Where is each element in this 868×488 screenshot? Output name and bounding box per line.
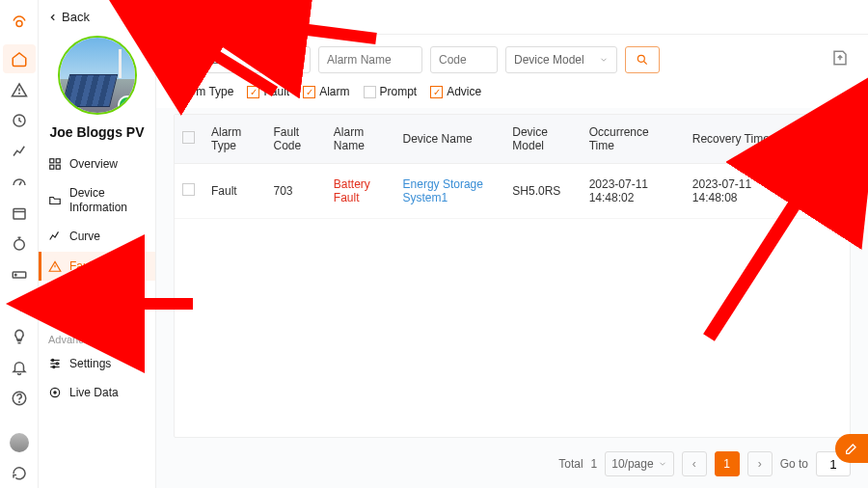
sidebar: Back ✓ Joe Bloggs PV Overview Device Inf…: [39, 0, 156, 488]
rail-chart-icon[interactable]: [3, 137, 36, 166]
rail-home-icon[interactable]: [3, 44, 36, 73]
col-alarm-name: Alarm Name: [326, 115, 395, 164]
svg-rect-17: [50, 159, 54, 163]
plant-title: Joe Bloggs PV: [39, 121, 155, 149]
rail-link-icon[interactable]: [3, 291, 36, 320]
rail-refresh-icon[interactable]: [3, 459, 36, 488]
svg-point-16: [18, 401, 19, 402]
row-checkbox[interactable]: [182, 183, 195, 196]
document-icon: [791, 182, 806, 198]
alarm-type-bar: Alarm Type ✓Fault ✓Alarm ✓Prompt ✓Advice: [156, 85, 868, 108]
gear-icon: [48, 295, 62, 309]
svg-line-14: [17, 305, 20, 308]
filter-chk-fault[interactable]: ✓Fault: [247, 85, 289, 98]
pagination-bar: Total 1 10/page ‹ 1 › Go to: [156, 444, 868, 488]
date-range-field[interactable]: 2023: [176, 46, 311, 73]
select-all-checkbox[interactable]: [182, 131, 195, 144]
sidebar-item-device-info[interactable]: Device Information: [39, 178, 155, 222]
rail-alert-icon[interactable]: [3, 75, 36, 104]
svg-point-7: [14, 240, 24, 251]
sidebar-item-label: Settings: [69, 357, 111, 370]
sidebar-item-overview[interactable]: Overview: [39, 149, 155, 178]
svg-line-4: [19, 181, 21, 185]
page-number[interactable]: 1: [715, 451, 740, 476]
fault-code-field[interactable]: [430, 46, 498, 73]
main-panel: Active Fault History 2023 Device Model A…: [156, 0, 868, 488]
rail-help-icon[interactable]: [3, 384, 36, 413]
rail-avatar[interactable]: [3, 428, 36, 457]
sidebar-nav: Overview Device Information Curve Fault …: [39, 149, 155, 324]
chevron-down-icon: [658, 459, 667, 469]
device-model-select[interactable]: Device Model: [505, 46, 617, 73]
rail-calendar-icon[interactable]: [3, 199, 36, 228]
col-fault-code: Fault Code: [265, 115, 325, 164]
prev-page-button[interactable]: ‹: [682, 451, 707, 476]
app-logo-icon: [3, 8, 36, 37]
alarm-name-field[interactable]: [318, 46, 422, 73]
cell-occurrence: 2023-07-11 14:48:02: [582, 164, 685, 219]
total-value: 1: [591, 457, 598, 471]
grid-icon: [48, 157, 62, 171]
svg-rect-5: [14, 209, 25, 220]
plant-avatar: ✓: [58, 36, 137, 115]
cell-device-model: SH5.0RS: [504, 164, 581, 219]
back-button[interactable]: Back: [39, 8, 155, 32]
alert-icon: [48, 259, 62, 273]
col-operation: Operation: [783, 115, 850, 164]
filter-chk-prompt[interactable]: ✓Prompt: [364, 85, 418, 98]
search-icon: [636, 53, 649, 67]
rail-storage-icon[interactable]: [3, 260, 36, 289]
total-label: Total: [558, 457, 583, 471]
search-button[interactable]: [625, 46, 660, 73]
filter-chk-alarm[interactable]: ✓Alarm: [303, 85, 349, 98]
col-recovery: Recovery Time: [685, 115, 783, 164]
icon-rail: [0, 0, 39, 488]
feedback-fab[interactable]: [835, 434, 868, 463]
svg-rect-31: [186, 57, 194, 65]
status-badge-icon: ✓: [118, 95, 137, 115]
sidebar-item-settings[interactable]: Settings: [39, 349, 155, 378]
goto-label: Go to: [780, 457, 808, 471]
plant-avatar-wrap: ✓: [39, 32, 155, 121]
next-page-button[interactable]: ›: [747, 451, 773, 476]
rail-bell-icon[interactable]: [3, 353, 36, 382]
sidebar-item-fault[interactable]: Fault: [39, 252, 155, 281]
svg-point-33: [637, 55, 644, 62]
sidebar-item-curve[interactable]: Curve: [39, 222, 155, 251]
svg-point-0: [16, 21, 22, 27]
curve-icon: [48, 230, 62, 243]
filter-chk-advice[interactable]: ✓Advice: [430, 85, 481, 98]
rail-clock-icon[interactable]: [3, 106, 36, 135]
tab-fault-history[interactable]: Fault History: [234, 10, 305, 34]
sidebar-item-live-data[interactable]: Live Data: [39, 378, 155, 407]
export-button[interactable]: [831, 49, 849, 70]
chevron-down-icon: [599, 55, 609, 65]
table-row: Fault 703 Battery Fault Energy Storage S…: [175, 164, 850, 219]
advanced-section-label: Advanced: [39, 324, 155, 349]
svg-point-22: [53, 301, 57, 305]
perpage-select[interactable]: 10/page: [605, 451, 673, 476]
tab-active[interactable]: Active: [176, 10, 209, 34]
rail-idea-icon[interactable]: [3, 322, 36, 351]
sidebar-item-plant-config[interactable]: Plant Configuration: [39, 281, 155, 324]
row-detail-button[interactable]: [791, 187, 806, 201]
col-device-name: Device Name: [395, 115, 505, 164]
cell-alarm-type: Fault: [203, 164, 265, 219]
back-label: Back: [62, 10, 90, 24]
col-device-model: Device Model: [504, 115, 581, 164]
sidebar-item-label: Curve: [69, 230, 100, 243]
tab-bar: Active Fault History: [156, 0, 868, 35]
folder-icon: [48, 194, 62, 207]
rail-gauge-icon[interactable]: [3, 168, 36, 197]
chevron-left-icon: [48, 13, 58, 22]
sidebar-nav-advanced: Settings Live Data: [39, 349, 155, 408]
sidebar-item-label: Fault: [69, 259, 95, 273]
rail-timer-icon[interactable]: [3, 230, 36, 258]
cell-device-name[interactable]: Energy Storage System1: [395, 164, 505, 219]
sidebar-item-label: Live Data: [69, 386, 119, 399]
svg-point-2: [18, 93, 19, 94]
svg-rect-19: [50, 165, 54, 169]
cell-alarm-name[interactable]: Battery Fault: [326, 164, 395, 219]
svg-point-30: [54, 392, 56, 393]
calendar-icon: [184, 54, 196, 66]
